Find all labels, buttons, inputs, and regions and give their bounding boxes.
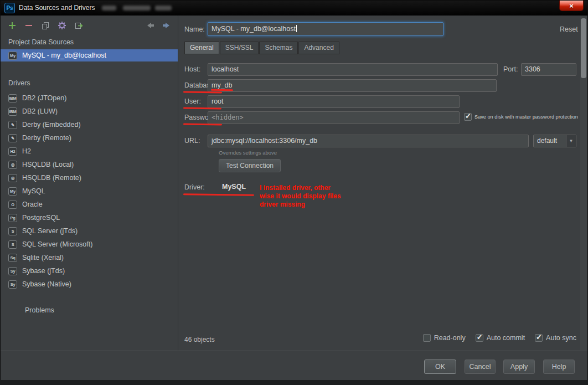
annotation-line: wise it would display files bbox=[260, 192, 365, 201]
cancel-button[interactable]: Cancel bbox=[465, 360, 496, 374]
url-input[interactable]: jdbc:mysql://localhost:3306/my_db bbox=[208, 135, 529, 147]
annotation-underline-user bbox=[183, 107, 221, 110]
close-icon: × bbox=[569, 2, 574, 10]
sqlserver-icon: S bbox=[8, 240, 17, 249]
driver-item-postgresql[interactable]: Pg PostgreSQL bbox=[1, 211, 178, 224]
auto-sync-label: Auto sync bbox=[546, 334, 576, 342]
scrollbar-thumb[interactable] bbox=[581, 18, 586, 78]
auto-commit-option: ✓ Auto commit bbox=[476, 334, 525, 342]
driver-item-label: HSQLDB (Local) bbox=[22, 161, 74, 168]
minus-icon bbox=[24, 21, 33, 30]
save-password-checkbox[interactable]: ✓ bbox=[464, 113, 472, 121]
name-input[interactable]: MySQL - my_db@localhost bbox=[208, 22, 443, 36]
config-panel: Name: MySQL - my_db@localhost Reset Gene… bbox=[179, 16, 581, 351]
user-input[interactable]: root bbox=[208, 95, 460, 108]
driver-item-label: PostgreSQL bbox=[22, 214, 60, 222]
db2-icon: IBM bbox=[8, 94, 17, 102]
password-input[interactable]: <hidden> bbox=[208, 111, 460, 124]
left-toolbar bbox=[1, 16, 178, 35]
check-icon: ✓ bbox=[465, 112, 471, 120]
url-preset-select[interactable]: default ▼ bbox=[533, 135, 576, 147]
back-button[interactable] bbox=[146, 20, 156, 30]
driver-item-db2-luw[interactable]: IBM DB2 (LUW) bbox=[1, 105, 178, 118]
driver-item-label: SQL Server (jTds) bbox=[22, 227, 78, 235]
left-panel: Project Data Sources My MySQL - my_db@lo… bbox=[1, 16, 178, 351]
back-arrow-icon bbox=[146, 22, 155, 29]
read-only-option: Read-only bbox=[423, 334, 466, 342]
driver-item-label: DB2 (LUW) bbox=[22, 107, 58, 115]
host-input[interactable]: localhost bbox=[208, 63, 498, 76]
driver-item-h2[interactable]: H2 H2 bbox=[1, 145, 178, 158]
driver-item-hsqldb-local[interactable]: ◎ HSQLDB (Local) bbox=[1, 158, 178, 171]
tab-schemas[interactable]: Schemas bbox=[259, 42, 298, 54]
driver-item-derby-embedded[interactable]: ✎ Derby (Embedded) bbox=[1, 118, 178, 131]
forward-button[interactable] bbox=[161, 20, 171, 30]
save-password-option: ✓ Save on disk with master password prot… bbox=[464, 113, 580, 121]
host-label: Host: bbox=[184, 65, 200, 73]
driver-item-mysql[interactable]: My MySQL bbox=[1, 184, 178, 198]
photoshop-app-icon: Ps bbox=[4, 3, 15, 13]
close-button[interactable]: × bbox=[559, 1, 584, 11]
driver-item-label: HSQLDB (Remote) bbox=[22, 174, 81, 182]
sqlite-icon: Sq bbox=[8, 254, 17, 262]
window-title: Data Sources and Drivers bbox=[19, 1, 95, 16]
driver-item-db2-jtopen[interactable]: IBM DB2 (JTOpen) bbox=[1, 91, 178, 105]
name-input-value: MySQL - my_db@localhost bbox=[212, 25, 296, 33]
auto-commit-checkbox[interactable]: ✓ bbox=[476, 334, 483, 342]
annotation-underline-driver bbox=[183, 193, 254, 196]
check-icon: ✓ bbox=[536, 333, 542, 341]
text-caret bbox=[296, 25, 297, 32]
settings-button[interactable] bbox=[57, 20, 67, 30]
tab-general[interactable]: General bbox=[184, 42, 219, 54]
driver-item-sqlserver-jtds[interactable]: S SQL Server (jTds) bbox=[1, 224, 178, 238]
driver-item-sybase-native[interactable]: Sy Sybase (Native) bbox=[1, 278, 178, 291]
hsqldb-icon: ◎ bbox=[8, 161, 17, 169]
port-label: Port: bbox=[503, 65, 518, 73]
name-label: Name: bbox=[184, 25, 205, 33]
export-button[interactable] bbox=[74, 20, 84, 30]
port-input[interactable]: 3306 bbox=[521, 63, 576, 76]
driver-item-label: Derby (Remote) bbox=[22, 134, 71, 142]
driver-item-sqlserver-microsoft[interactable]: S SQL Server (Microsoft) bbox=[1, 238, 178, 251]
driver-item-sqlite-xerial[interactable]: Sq Sqlite (Xerial) bbox=[1, 251, 178, 264]
driver-item-hsqldb-remote[interactable]: ◎ HSQLDB (Remote) bbox=[1, 171, 178, 184]
tab-advanced[interactable]: Advanced bbox=[298, 42, 339, 54]
forward-arrow-icon bbox=[162, 22, 171, 29]
source-item-label: MySQL - my_db@localhost bbox=[22, 52, 106, 59]
remove-button[interactable] bbox=[24, 20, 34, 30]
driver-item-oracle[interactable]: O Oracle bbox=[1, 198, 178, 211]
sybase-icon: Sy bbox=[8, 267, 17, 275]
read-only-checkbox[interactable] bbox=[423, 334, 431, 342]
auto-sync-option: ✓ Auto sync bbox=[535, 334, 576, 342]
ok-button[interactable]: OK bbox=[424, 360, 456, 374]
chevron-down-icon[interactable]: ▼ bbox=[566, 135, 576, 147]
annotation-line: driver missing bbox=[260, 201, 365, 209]
driver-item-label: Derby (Embedded) bbox=[22, 121, 81, 129]
copy-button[interactable] bbox=[40, 20, 50, 30]
annotation-underline-database bbox=[183, 91, 222, 94]
driver-item-label: Sybase (Native) bbox=[22, 280, 71, 288]
source-item-mysql-selected[interactable]: My MySQL - my_db@localhost bbox=[1, 49, 178, 61]
apply-button[interactable]: Apply bbox=[503, 360, 535, 374]
plus-icon bbox=[8, 21, 17, 30]
vertical-scrollbar[interactable] bbox=[580, 16, 587, 350]
tab-ssh-ssl[interactable]: SSH/SSL bbox=[220, 42, 259, 54]
reset-button[interactable]: Reset bbox=[560, 25, 578, 33]
help-button[interactable]: Help bbox=[543, 360, 575, 374]
driver-item-derby-remote[interactable]: ✎ Derby (Remote) bbox=[1, 131, 178, 145]
status-checkboxes: Read-only ✓ Auto commit ✓ Auto sync bbox=[423, 334, 576, 342]
auto-sync-checkbox[interactable]: ✓ bbox=[535, 334, 543, 342]
problems-link[interactable]: Problems bbox=[25, 306, 178, 314]
add-button[interactable] bbox=[7, 20, 17, 30]
data-sources-dialog: Ps Data Sources and Drivers × bbox=[0, 0, 588, 380]
annotation-line: I installed driver, other bbox=[260, 184, 365, 192]
database-input[interactable]: my_db bbox=[208, 79, 497, 92]
driver-item-sybase-jtds[interactable]: Sy Sybase (jTds) bbox=[1, 264, 178, 278]
hsqldb-icon: ◎ bbox=[8, 174, 17, 182]
user-label: User: bbox=[184, 97, 201, 105]
db2-icon: IBM bbox=[8, 107, 17, 116]
test-connection-button[interactable]: Test Connection bbox=[219, 159, 281, 172]
annotation-underline-database-value bbox=[211, 89, 233, 91]
driver-item-label: Sqlite (Xerial) bbox=[22, 254, 64, 261]
mysql-icon: My bbox=[8, 52, 17, 60]
